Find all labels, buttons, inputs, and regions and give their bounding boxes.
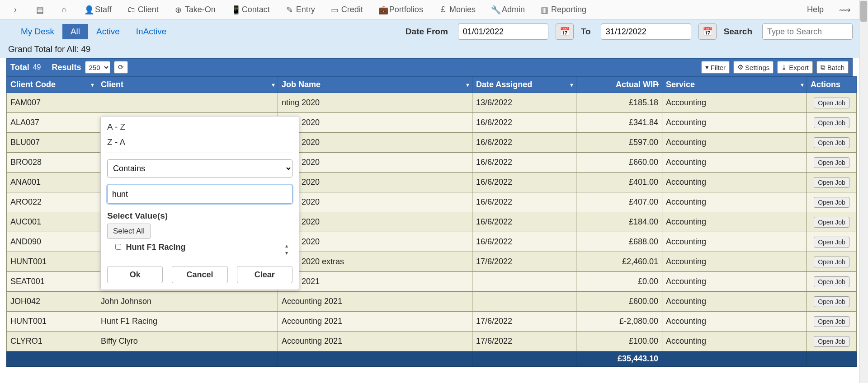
cell-date-assigned: 16/6/2022	[472, 173, 576, 192]
date-to-picker-button[interactable]: 📅	[698, 23, 717, 40]
cell-actual-wip: £660.00	[576, 153, 662, 173]
chevron-down-icon: ▼	[655, 82, 660, 88]
date-from-input[interactable]	[458, 23, 548, 40]
open-job-button[interactable]: Open Job	[814, 117, 849, 128]
cell-actions: Open Job	[807, 93, 857, 113]
col-date-assigned[interactable]: Date Assigned▼	[472, 77, 576, 93]
values-scroll[interactable]: ▴ ▾	[285, 243, 288, 256]
export-button[interactable]: ⤓Export	[777, 61, 812, 74]
col-actual-wip[interactable]: Actual WIP▼	[576, 77, 662, 93]
nav-entry[interactable]: ✎Entry	[279, 2, 321, 18]
open-job-button[interactable]: Open Job	[814, 177, 849, 188]
filter-mode-select[interactable]: Contains	[107, 159, 292, 177]
filter-cancel-button[interactable]: Cancel	[172, 266, 227, 283]
cell-actions: Open Job	[807, 113, 857, 133]
nav-entry-label: Entry	[296, 5, 315, 14]
tab-mydesk[interactable]: My Desk	[13, 24, 62, 39]
nav-monies[interactable]: £Monies	[432, 2, 482, 17]
filter-value-input[interactable]	[107, 185, 292, 204]
nav-credit[interactable]: ▭Credit	[324, 2, 369, 18]
chevron-down-icon: ▼	[271, 82, 276, 88]
date-from-picker-button[interactable]: 📅	[556, 23, 574, 40]
funnel-icon: ▾	[705, 63, 709, 71]
cell-actual-wip: £100.00	[576, 332, 662, 351]
date-to-input[interactable]	[601, 23, 691, 40]
cell-actual-wip: £0.00	[576, 272, 662, 292]
open-job-button[interactable]: Open Job	[814, 316, 849, 327]
filter-ok-button[interactable]: Ok	[107, 266, 163, 283]
cell-actions: Open Job	[807, 332, 857, 351]
cell-job-name: nting 2020	[278, 93, 472, 113]
sort-za[interactable]: Z - A	[107, 135, 292, 150]
open-job-button[interactable]: Open Job	[814, 217, 849, 228]
tab-inactive[interactable]: InActive	[128, 24, 175, 39]
cell-client-code: AUC001	[7, 212, 97, 232]
scrollbar-thumb[interactable]	[860, 1, 867, 22]
vertical-scrollbar[interactable]	[859, 0, 868, 383]
cell-client-code: ANA001	[7, 173, 97, 192]
table-toolbar: Total 49 Results 250 ⟳ ▾Filter ⚙Settings…	[6, 58, 853, 76]
tab-active[interactable]: Active	[88, 24, 128, 39]
refresh-button[interactable]: ⟳	[114, 61, 128, 74]
col-client[interactable]: Client▼	[97, 77, 278, 93]
nav-reporting[interactable]: ▥Reporting	[534, 2, 593, 18]
nav-contact[interactable]: 📱Contact	[225, 2, 276, 18]
nav-help[interactable]: Help	[801, 2, 830, 17]
filter-button[interactable]: ▾Filter	[701, 61, 730, 74]
search-label: Search	[724, 27, 752, 37]
results-per-page-select[interactable]: 250	[85, 61, 110, 74]
cell-date-assigned: 17/6/2022	[472, 252, 576, 272]
tab-all[interactable]: All	[62, 24, 88, 39]
open-job-button[interactable]: Open Job	[814, 276, 849, 287]
cell-service: Accounting	[662, 113, 807, 133]
nav-staff[interactable]: 👤Staff	[78, 2, 118, 18]
col-job-name[interactable]: Job Name▼	[278, 77, 472, 93]
chevron-down-icon: ▼	[90, 82, 95, 88]
nav-contact-label: Contact	[242, 5, 270, 14]
grand-total-value: 49	[81, 44, 90, 54]
filter-clear-button[interactable]: Clear	[237, 266, 292, 283]
nav-home[interactable]: ⌂	[53, 2, 75, 17]
open-job-button[interactable]: Open Job	[814, 157, 849, 168]
nav-client[interactable]: 🗂Client	[121, 2, 165, 17]
filter-values-list: Hunt F1 Racing ▴ ▾	[107, 243, 292, 258]
select-all-button[interactable]: Select All	[107, 224, 151, 239]
nav-link[interactable]: ⟿	[833, 2, 854, 18]
cell-actual-wip: £597.00	[576, 133, 662, 153]
home-icon: ⌂	[60, 5, 69, 14]
chevron-up-icon: ▴	[285, 243, 288, 249]
batch-button[interactable]: ⧉Batch	[816, 61, 849, 74]
open-job-button[interactable]: Open Job	[814, 197, 849, 208]
filter-option-checkbox[interactable]	[115, 244, 121, 250]
cell-service: Accounting	[662, 232, 807, 252]
select-values-label: Select Value(s)	[107, 211, 292, 221]
nav-forward[interactable]: ›	[5, 2, 26, 17]
nav-folder[interactable]: ▤	[29, 2, 51, 18]
nav-portfolios[interactable]: 💼Portfolios	[372, 2, 429, 18]
results-label: Results	[52, 63, 81, 72]
table-footer-row: £35,443.10	[7, 351, 857, 367]
nav-takeon[interactable]: ⊕Take-On	[168, 2, 222, 18]
cell-job-name: nting 2020	[278, 173, 472, 192]
cell-job-name: Accounting 2021	[278, 332, 472, 351]
open-job-button[interactable]: Open Job	[814, 237, 849, 248]
cell-job-name: nting 2020	[278, 232, 472, 252]
open-job-button[interactable]: Open Job	[814, 296, 849, 307]
cell-client: Hunt F1 Racing	[97, 312, 278, 332]
cell-actions: Open Job	[807, 312, 857, 332]
open-job-button[interactable]: Open Job	[814, 257, 849, 267]
cell-client: John Johnson	[97, 292, 278, 312]
cell-service: Accounting	[662, 153, 807, 173]
open-job-button[interactable]: Open Job	[814, 98, 849, 108]
cell-job-name: nting 2020	[278, 113, 472, 133]
nav-admin[interactable]: 🔧Admin	[485, 2, 531, 18]
settings-button[interactable]: ⚙Settings	[733, 61, 774, 74]
open-job-button[interactable]: Open Job	[814, 137, 849, 148]
col-service[interactable]: Service▼	[662, 77, 807, 93]
open-job-button[interactable]: Open Job	[814, 336, 849, 347]
sort-az[interactable]: A - Z	[107, 119, 292, 135]
cell-client-code: BRO028	[7, 153, 97, 173]
search-input[interactable]	[762, 23, 853, 40]
cell-date-assigned: 16/6/2022	[472, 133, 576, 153]
col-client-code[interactable]: Client Code▼	[7, 77, 97, 93]
